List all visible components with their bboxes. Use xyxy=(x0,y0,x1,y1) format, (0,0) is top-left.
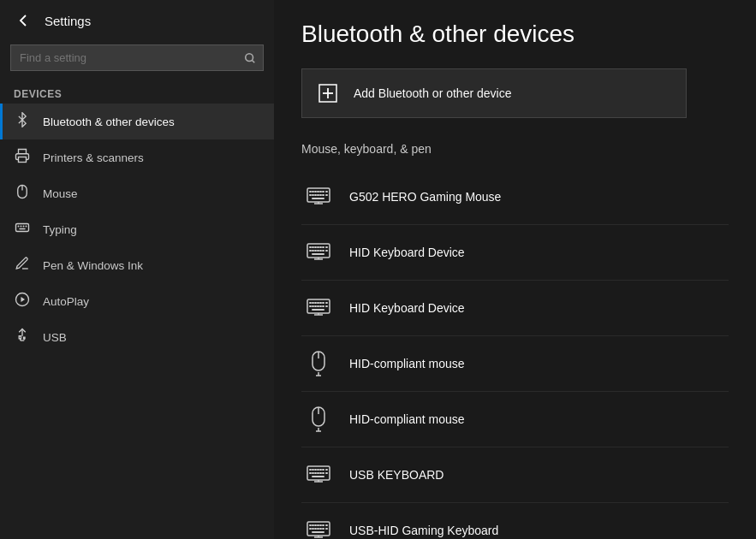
sidebar-item-label-typing: Typing xyxy=(43,223,77,236)
device-name-6: USB-HID Gaming Keyboard xyxy=(349,524,498,537)
svg-marker-12 xyxy=(21,297,26,302)
search-icon-button[interactable] xyxy=(244,52,256,64)
sidebar-item-bluetooth[interactable]: Bluetooth & other devices xyxy=(0,104,274,139)
sidebar-item-label-printers: Printers & scanners xyxy=(43,151,144,164)
list-item[interactable]: HID-compliant mouse xyxy=(301,336,729,392)
list-item[interactable]: HID-compliant mouse xyxy=(301,392,729,447)
device-icon-5 xyxy=(301,458,336,492)
device-icon-1 xyxy=(301,235,336,270)
device-name-4: HID-compliant mouse xyxy=(349,412,465,426)
sidebar-item-label-bluetooth: Bluetooth & other devices xyxy=(43,116,175,128)
list-item[interactable]: G502 HERO Gaming Mouse xyxy=(301,169,729,225)
device-icon-6 xyxy=(301,513,336,539)
autoplay-icon xyxy=(14,292,31,311)
sidebar-item-usb[interactable]: USB xyxy=(0,319,274,355)
sidebar-title: Settings xyxy=(45,14,91,28)
device-icon-3 xyxy=(301,346,336,381)
search-box xyxy=(10,44,264,71)
device-name-5: USB KEYBOARD xyxy=(349,468,443,482)
list-item[interactable]: USB-HID Gaming Keyboard xyxy=(301,503,729,539)
usb-icon xyxy=(14,328,31,346)
device-icon-4 xyxy=(301,402,336,436)
devices-section-label: Devices xyxy=(0,81,274,104)
sidebar-item-autoplay[interactable]: AutoPlay xyxy=(0,283,274,319)
plus-icon xyxy=(316,81,340,105)
device-name-2: HID Keyboard Device xyxy=(349,301,465,315)
sidebar: Settings Devices Bluetooth & other devic… xyxy=(0,0,274,539)
device-name-3: HID-compliant mouse xyxy=(349,357,465,370)
device-icon-2 xyxy=(301,291,336,325)
list-item[interactable]: HID Keyboard Device xyxy=(301,281,729,336)
printer-icon xyxy=(14,148,31,167)
sidebar-item-pen[interactable]: Pen & Windows Ink xyxy=(0,247,274,283)
sidebar-item-printers[interactable]: Printers & scanners xyxy=(0,139,274,175)
svg-rect-5 xyxy=(16,224,29,232)
section-label: Mouse, keyboard, & pen xyxy=(301,142,729,156)
pen-icon xyxy=(14,256,31,275)
sidebar-item-typing[interactable]: Typing xyxy=(0,211,274,247)
search-input[interactable] xyxy=(11,45,263,70)
device-name-1: HID Keyboard Device xyxy=(349,246,465,259)
main-content: Bluetooth & other devices Add Bluetooth … xyxy=(274,0,756,539)
device-name-0: G502 HERO Gaming Mouse xyxy=(349,190,501,204)
list-item[interactable]: USB KEYBOARD xyxy=(301,447,729,503)
device-icon-0 xyxy=(301,180,336,214)
sidebar-item-mouse[interactable]: Mouse xyxy=(0,175,274,211)
svg-line-1 xyxy=(252,60,254,62)
sidebar-item-label-pen: Pen & Windows Ink xyxy=(43,259,143,272)
add-device-label: Add Bluetooth or other device xyxy=(354,86,511,100)
sidebar-header: Settings xyxy=(0,0,274,41)
mouse-icon xyxy=(14,184,31,203)
svg-rect-2 xyxy=(19,157,27,163)
list-item[interactable]: HID Keyboard Device xyxy=(301,225,729,281)
sidebar-item-label-mouse: Mouse xyxy=(43,187,78,200)
sidebar-item-label-autoplay: AutoPlay xyxy=(43,295,89,308)
typing-icon xyxy=(14,220,31,239)
search-icon xyxy=(244,52,256,64)
back-button[interactable] xyxy=(14,10,34,31)
page-title: Bluetooth & other devices xyxy=(301,21,729,48)
bluetooth-icon xyxy=(14,112,31,131)
sidebar-item-label-usb: USB xyxy=(43,331,67,344)
add-device-button[interactable]: Add Bluetooth or other device xyxy=(301,68,687,118)
